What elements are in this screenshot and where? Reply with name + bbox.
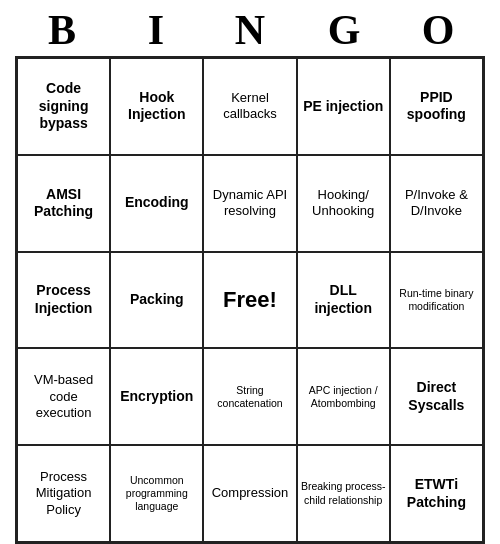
header-g: G <box>300 6 388 54</box>
bingo-cell-6: Encoding <box>110 155 203 252</box>
bingo-cell-20: Process Mitigation Policy <box>17 445 110 542</box>
bingo-cell-19: Direct Syscalls <box>390 348 483 445</box>
bingo-cell-18: APC injection / Atombombing <box>297 348 390 445</box>
bingo-cell-10: Process Injection <box>17 252 110 349</box>
header-n: N <box>206 6 294 54</box>
bingo-cell-14: Run-time binary modification <box>390 252 483 349</box>
bingo-header: B I N G O <box>15 0 485 56</box>
bingo-cell-17: String concatenation <box>203 348 296 445</box>
bingo-cell-13: DLL injection <box>297 252 390 349</box>
bingo-cell-11: Packing <box>110 252 203 349</box>
bingo-cell-16: Encryption <box>110 348 203 445</box>
bingo-cell-7: Dynamic API resolving <box>203 155 296 252</box>
bingo-cell-5: AMSI Patching <box>17 155 110 252</box>
bingo-cell-21: Uncommon programming language <box>110 445 203 542</box>
bingo-cell-8: Hooking/ Unhooking <box>297 155 390 252</box>
bingo-cell-15: VM-based code execution <box>17 348 110 445</box>
bingo-cell-24: ETWTi Patching <box>390 445 483 542</box>
header-o: O <box>394 6 482 54</box>
bingo-cell-2: Kernel callbacks <box>203 58 296 155</box>
header-b: B <box>18 6 106 54</box>
bingo-cell-0: Code signing bypass <box>17 58 110 155</box>
bingo-cell-1: Hook Injection <box>110 58 203 155</box>
bingo-cell-9: P/Invoke & D/Invoke <box>390 155 483 252</box>
bingo-cell-4: PPID spoofing <box>390 58 483 155</box>
bingo-cell-12: Free! <box>203 252 296 349</box>
header-i: I <box>112 6 200 54</box>
bingo-cell-23: Breaking process-child relationship <box>297 445 390 542</box>
bingo-cell-3: PE injection <box>297 58 390 155</box>
bingo-cell-22: Compression <box>203 445 296 542</box>
bingo-grid: Code signing bypassHook InjectionKernel … <box>15 56 485 544</box>
